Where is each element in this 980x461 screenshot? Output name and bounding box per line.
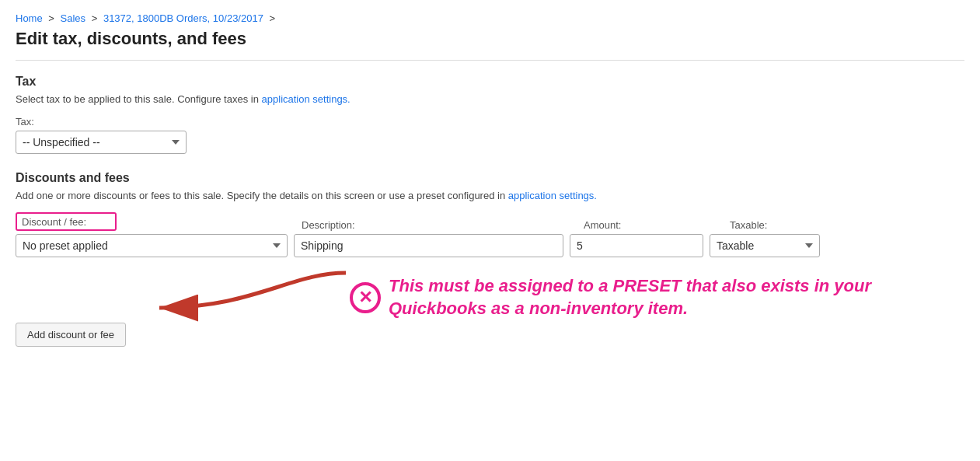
taxable-col-label: Taxable: [730, 219, 767, 232]
discount-column-headers: Discount / fee: Description: Amount: Tax… [16, 212, 964, 231]
discount-input-row: No preset applied Taxable [16, 234, 964, 257]
discounts-section-title: Discounts and fees [16, 171, 964, 185]
add-discount-button[interactable]: Add discount or fee [16, 323, 126, 347]
discount-inputs-wrapper: No preset applied Taxable ✕ [16, 234, 964, 257]
discount-fee-select[interactable]: No preset applied [16, 234, 288, 257]
amount-input[interactable] [570, 234, 703, 257]
circle-x-icon: ✕ [350, 282, 381, 313]
breadcrumb-sales[interactable]: Sales [61, 12, 86, 24]
discount-fee-col-label: Discount / fee: [19, 215, 89, 229]
tax-section-title: Tax [16, 75, 964, 89]
breadcrumb: Home > Sales > 31372, 1800DB Orders, 10/… [16, 12, 964, 24]
description-input[interactable] [294, 234, 563, 257]
taxable-select[interactable]: Taxable [710, 234, 820, 257]
discounts-section-desc: Add one or more discounts or fees to thi… [16, 190, 964, 201]
tax-field-label: Tax: [16, 116, 964, 127]
description-col-label: Description: [302, 219, 355, 232]
tax-app-settings-link[interactable]: application settings. [262, 93, 350, 105]
amount-col-label: Amount: [584, 219, 621, 232]
breadcrumb-home[interactable]: Home [16, 12, 43, 24]
breadcrumb-order[interactable]: 31372, 1800DB Orders, 10/23/2017 [103, 12, 263, 24]
tax-section: Tax Select tax to be applied to this sal… [16, 75, 964, 154]
discounts-app-settings-link[interactable]: application settings. [508, 190, 597, 201]
page-title: Edit tax, discounts, and fees [16, 29, 964, 49]
discounts-section: Discounts and fees Add one or more disco… [16, 171, 964, 347]
tax-section-desc: Select tax to be applied to this sale. C… [16, 93, 964, 105]
divider [16, 60, 964, 61]
discount-fee-header-box: Discount / fee: [16, 212, 117, 231]
tax-select[interactable]: -- Unspecified -- [16, 131, 187, 154]
